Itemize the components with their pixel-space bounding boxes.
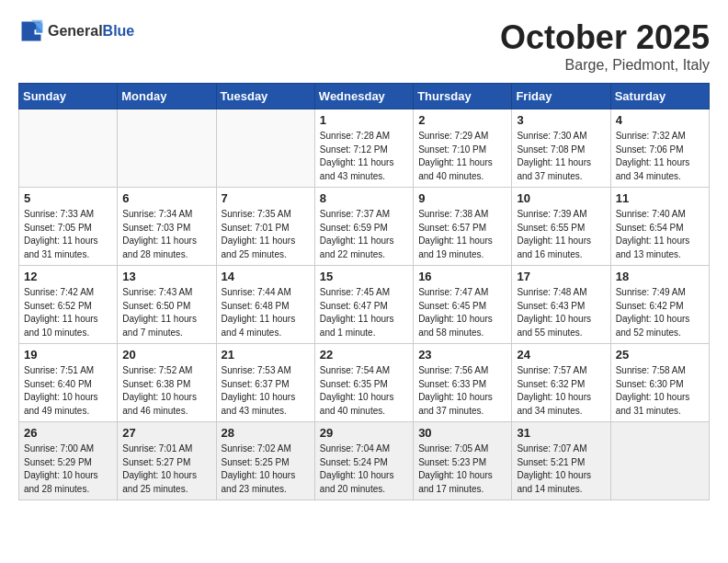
calendar-cell: 26Sunrise: 7:00 AMSunset: 5:29 PMDayligh… (19, 422, 118, 500)
week-row-3: 12Sunrise: 7:42 AMSunset: 6:52 PMDayligh… (19, 266, 710, 344)
calendar-cell: 24Sunrise: 7:57 AMSunset: 6:32 PMDayligh… (512, 344, 610, 422)
logo-icon (18, 18, 44, 44)
calendar-cell: 30Sunrise: 7:05 AMSunset: 5:23 PMDayligh… (414, 422, 512, 500)
day-detail: Sunrise: 7:39 AMSunset: 6:55 PMDaylight:… (517, 208, 605, 261)
calendar-cell: 12Sunrise: 7:42 AMSunset: 6:52 PMDayligh… (19, 266, 118, 344)
calendar-cell: 31Sunrise: 7:07 AMSunset: 5:21 PMDayligh… (512, 422, 610, 500)
day-number: 7 (222, 191, 310, 205)
day-number: 26 (24, 426, 112, 440)
day-number: 6 (122, 191, 210, 205)
calendar-cell: 11Sunrise: 7:40 AMSunset: 6:54 PMDayligh… (610, 188, 709, 266)
calendar-cell: 6Sunrise: 7:34 AMSunset: 7:03 PMDaylight… (118, 188, 216, 266)
day-detail: Sunrise: 7:38 AMSunset: 6:57 PMDaylight:… (418, 208, 506, 261)
col-tuesday: Tuesday (216, 84, 314, 109)
calendar-cell: 29Sunrise: 7:04 AMSunset: 5:24 PMDayligh… (314, 422, 413, 500)
day-number: 16 (418, 270, 506, 283)
day-detail: Sunrise: 7:37 AMSunset: 6:59 PMDaylight:… (320, 208, 408, 261)
day-number: 22 (320, 348, 408, 362)
day-number: 14 (222, 270, 310, 283)
day-number: 11 (616, 191, 704, 205)
calendar-cell: 25Sunrise: 7:58 AMSunset: 6:30 PMDayligh… (610, 344, 709, 422)
logo-text: GeneralBlue (48, 23, 134, 40)
logo-blue-text: Blue (103, 23, 135, 39)
day-number: 12 (24, 270, 112, 283)
day-number: 25 (616, 348, 704, 362)
day-detail: Sunrise: 7:34 AMSunset: 7:03 PMDaylight:… (122, 208, 210, 261)
calendar-cell: 5Sunrise: 7:33 AMSunset: 7:05 PMDaylight… (19, 188, 118, 266)
col-wednesday: Wednesday (314, 84, 413, 109)
day-detail: Sunrise: 7:05 AMSunset: 5:23 PMDaylight:… (418, 442, 506, 496)
day-number: 1 (320, 113, 408, 127)
calendar-cell: 18Sunrise: 7:49 AMSunset: 6:42 PMDayligh… (610, 266, 709, 344)
calendar-cell: 10Sunrise: 7:39 AMSunset: 6:55 PMDayligh… (512, 188, 610, 266)
calendar-cell: 27Sunrise: 7:01 AMSunset: 5:27 PMDayligh… (118, 422, 216, 500)
day-detail: Sunrise: 7:56 AMSunset: 6:33 PMDaylight:… (418, 364, 506, 418)
calendar-cell: 19Sunrise: 7:51 AMSunset: 6:40 PMDayligh… (19, 344, 118, 422)
day-number: 24 (517, 348, 605, 362)
day-detail: Sunrise: 7:35 AMSunset: 7:01 PMDaylight:… (222, 208, 310, 261)
calendar-cell (610, 422, 709, 500)
logo-general-text: General (48, 23, 103, 39)
day-number: 5 (24, 191, 112, 205)
day-detail: Sunrise: 7:01 AMSunset: 5:27 PMDaylight:… (122, 442, 210, 496)
calendar-cell: 14Sunrise: 7:44 AMSunset: 6:48 PMDayligh… (216, 266, 314, 344)
day-detail: Sunrise: 7:53 AMSunset: 6:37 PMDaylight:… (222, 364, 310, 418)
calendar-cell: 1Sunrise: 7:28 AMSunset: 7:12 PMDaylight… (314, 109, 413, 188)
day-detail: Sunrise: 7:42 AMSunset: 6:52 PMDaylight:… (24, 286, 112, 339)
day-number: 23 (418, 348, 506, 362)
day-detail: Sunrise: 7:45 AMSunset: 6:47 PMDaylight:… (320, 286, 408, 339)
day-detail: Sunrise: 7:28 AMSunset: 7:12 PMDaylight:… (320, 130, 408, 183)
calendar-cell: 17Sunrise: 7:48 AMSunset: 6:43 PMDayligh… (512, 266, 610, 344)
day-number: 3 (517, 113, 605, 127)
calendar-cell: 8Sunrise: 7:37 AMSunset: 6:59 PMDaylight… (314, 188, 413, 266)
week-row-1: 1Sunrise: 7:28 AMSunset: 7:12 PMDaylight… (19, 109, 710, 188)
col-saturday: Saturday (610, 84, 709, 109)
calendar-cell: 20Sunrise: 7:52 AMSunset: 6:38 PMDayligh… (118, 344, 216, 422)
day-detail: Sunrise: 7:00 AMSunset: 5:29 PMDaylight:… (24, 442, 112, 496)
day-detail: Sunrise: 7:57 AMSunset: 6:32 PMDaylight:… (517, 364, 605, 418)
day-number: 29 (320, 426, 408, 440)
day-detail: Sunrise: 7:44 AMSunset: 6:48 PMDaylight:… (222, 286, 310, 339)
day-number: 13 (122, 270, 210, 283)
day-detail: Sunrise: 7:07 AMSunset: 5:21 PMDaylight:… (517, 442, 605, 496)
calendar-cell: 22Sunrise: 7:54 AMSunset: 6:35 PMDayligh… (314, 344, 413, 422)
calendar-cell: 28Sunrise: 7:02 AMSunset: 5:25 PMDayligh… (216, 422, 314, 500)
calendar-cell (19, 109, 118, 188)
week-row-2: 5Sunrise: 7:33 AMSunset: 7:05 PMDaylight… (19, 188, 710, 266)
calendar-cell (118, 109, 216, 188)
day-number: 27 (122, 426, 210, 440)
day-number: 28 (222, 426, 310, 440)
day-number: 21 (222, 348, 310, 362)
header: GeneralBlue October 2025 Barge, Piedmont… (18, 18, 710, 74)
col-monday: Monday (118, 84, 216, 109)
month-title: October 2025 (500, 18, 710, 57)
weekday-header-row: Sunday Monday Tuesday Wednesday Thursday… (19, 84, 710, 109)
logo: GeneralBlue (18, 18, 134, 44)
day-detail: Sunrise: 7:43 AMSunset: 6:50 PMDaylight:… (122, 286, 210, 339)
day-detail: Sunrise: 7:58 AMSunset: 6:30 PMDaylight:… (616, 364, 704, 418)
day-number: 20 (122, 348, 210, 362)
calendar-cell: 13Sunrise: 7:43 AMSunset: 6:50 PMDayligh… (118, 266, 216, 344)
week-row-5: 26Sunrise: 7:00 AMSunset: 5:29 PMDayligh… (19, 422, 710, 500)
day-detail: Sunrise: 7:51 AMSunset: 6:40 PMDaylight:… (24, 364, 112, 418)
day-detail: Sunrise: 7:52 AMSunset: 6:38 PMDaylight:… (122, 364, 210, 418)
page: GeneralBlue October 2025 Barge, Piedmont… (0, 0, 728, 510)
calendar-cell (216, 109, 314, 188)
day-number: 4 (616, 113, 704, 127)
calendar-cell: 21Sunrise: 7:53 AMSunset: 6:37 PMDayligh… (216, 344, 314, 422)
col-friday: Friday (512, 84, 610, 109)
day-detail: Sunrise: 7:40 AMSunset: 6:54 PMDaylight:… (616, 208, 704, 261)
calendar-cell: 7Sunrise: 7:35 AMSunset: 7:01 PMDaylight… (216, 188, 314, 266)
col-thursday: Thursday (414, 84, 512, 109)
calendar-cell: 9Sunrise: 7:38 AMSunset: 6:57 PMDaylight… (414, 188, 512, 266)
day-number: 9 (418, 191, 506, 205)
col-sunday: Sunday (19, 84, 118, 109)
day-number: 19 (24, 348, 112, 362)
day-number: 18 (616, 270, 704, 283)
day-detail: Sunrise: 7:48 AMSunset: 6:43 PMDaylight:… (517, 286, 605, 339)
day-detail: Sunrise: 7:32 AMSunset: 7:06 PMDaylight:… (616, 130, 704, 183)
calendar-cell: 2Sunrise: 7:29 AMSunset: 7:10 PMDaylight… (414, 109, 512, 188)
day-detail: Sunrise: 7:47 AMSunset: 6:45 PMDaylight:… (418, 286, 506, 339)
day-detail: Sunrise: 7:02 AMSunset: 5:25 PMDaylight:… (222, 442, 310, 496)
day-detail: Sunrise: 7:49 AMSunset: 6:42 PMDaylight:… (616, 286, 704, 339)
